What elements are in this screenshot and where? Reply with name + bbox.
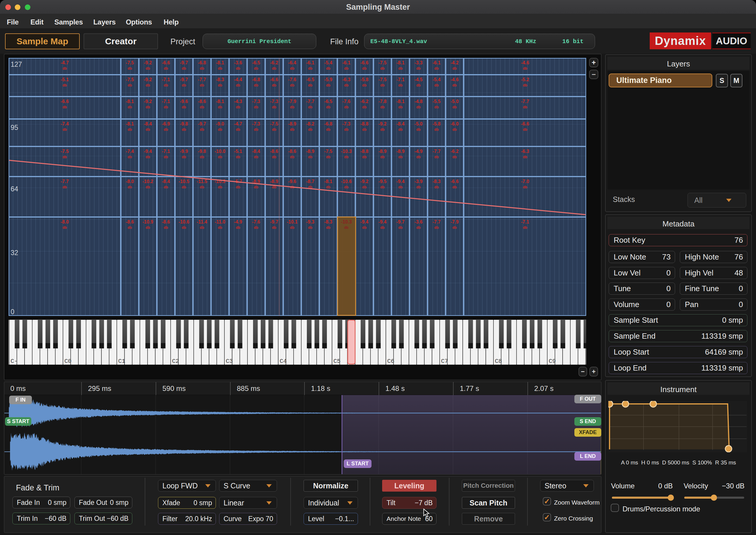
svg-text:-3.6: -3.6	[414, 219, 423, 224]
svg-text:-7.5: -7.5	[378, 60, 386, 65]
svg-text:-6.1: -6.1	[306, 60, 315, 65]
svg-text:-7.1: -7.1	[521, 219, 529, 224]
svg-text:-7.1: -7.1	[162, 149, 170, 154]
svg-text:-4.2: -4.2	[451, 60, 459, 65]
svg-text:db: db	[326, 185, 330, 189]
svg-text:db: db	[63, 185, 67, 189]
svg-text:db: db	[236, 105, 240, 109]
svg-text:db: db	[452, 127, 457, 132]
svg-text:-6.2: -6.2	[270, 60, 278, 65]
svg-text:-11.0: -11.0	[215, 219, 225, 224]
svg-text:-5.8: -5.8	[432, 121, 441, 127]
svg-text:db: db	[434, 105, 439, 109]
svg-text:-6.6: -6.6	[451, 179, 459, 184]
svg-text:-8.4: -8.4	[144, 121, 152, 127]
svg-text:C7: C7	[441, 358, 448, 365]
svg-text:-10.1: -10.1	[287, 219, 298, 224]
svg-text:db: db	[290, 83, 294, 87]
svg-text:-10.9: -10.9	[142, 219, 153, 224]
svg-text:-8.4: -8.4	[396, 121, 405, 127]
svg-text:db: db	[452, 105, 457, 109]
svg-text:-8.6: -8.6	[162, 219, 170, 224]
svg-text:db: db	[254, 127, 258, 132]
svg-text:-8.1: -8.1	[216, 99, 224, 104]
svg-text:-6.5: -6.5	[306, 77, 315, 82]
svg-text:-8.2: -8.2	[306, 121, 315, 127]
svg-text:-6.3: -6.3	[521, 149, 529, 154]
svg-text:-7.7: -7.7	[432, 149, 441, 154]
svg-text:-9.3: -9.3	[306, 219, 315, 224]
svg-text:-6.9: -6.9	[162, 121, 170, 127]
svg-text:-8.9: -8.9	[288, 121, 296, 127]
svg-text:db: db	[200, 155, 204, 159]
svg-text:db: db	[290, 105, 294, 109]
svg-text:-8.9: -8.9	[270, 179, 278, 184]
svg-text:db: db	[344, 105, 349, 109]
svg-text:-8.8: -8.8	[360, 149, 369, 154]
svg-text:db: db	[63, 226, 67, 230]
svg-text:-5.1: -5.1	[234, 149, 242, 154]
svg-text:db: db	[127, 83, 132, 87]
svg-text:-7.3: -7.3	[342, 121, 350, 127]
svg-text:db: db	[218, 83, 222, 87]
svg-text:-8.0: -8.0	[126, 179, 134, 184]
svg-text:-8.6: -8.6	[270, 149, 278, 154]
svg-text:db: db	[218, 127, 222, 132]
svg-text:db: db	[452, 67, 457, 70]
svg-text:db: db	[254, 83, 258, 87]
svg-text:db: db	[63, 83, 67, 87]
svg-text:db: db	[272, 127, 276, 132]
svg-text:db: db	[182, 185, 186, 189]
svg-text:-8.7: -8.7	[306, 179, 315, 184]
svg-text:-7.1: -7.1	[162, 77, 170, 82]
svg-text:-7.1: -7.1	[162, 99, 170, 104]
svg-text:db: db	[164, 67, 168, 70]
svg-text:db: db	[254, 185, 258, 189]
svg-text:db: db	[182, 155, 186, 159]
svg-text:C6: C6	[387, 358, 394, 365]
svg-text:db: db	[272, 155, 276, 159]
svg-text:db: db	[434, 67, 439, 70]
svg-text:-8.6: -8.6	[198, 99, 206, 104]
svg-text:-6.6: -6.6	[521, 121, 529, 127]
svg-text:-8.8: -8.8	[360, 121, 369, 127]
svg-text:C9: C9	[549, 358, 556, 365]
svg-text:-5.2: -5.2	[521, 77, 529, 82]
svg-text:-4.6: -4.6	[451, 77, 459, 82]
svg-text:-5.9: -5.9	[324, 77, 332, 82]
svg-text:db: db	[254, 67, 258, 70]
svg-text:db: db	[254, 105, 258, 109]
svg-text:db: db	[326, 226, 330, 230]
svg-text:-7.4: -7.4	[61, 121, 69, 127]
svg-text:db: db	[272, 67, 276, 70]
svg-text:db: db	[182, 226, 186, 230]
svg-text:db: db	[452, 226, 457, 230]
svg-text:db: db	[344, 185, 349, 189]
svg-text:-6.3: -6.3	[342, 77, 350, 82]
svg-text:127: 127	[11, 61, 22, 68]
svg-text:db: db	[308, 83, 312, 87]
svg-text:db: db	[326, 83, 330, 87]
svg-text:-8.3: -8.3	[324, 219, 332, 224]
svg-text:db: db	[434, 226, 439, 230]
svg-text:db: db	[523, 185, 527, 189]
svg-text:-6.6: -6.6	[162, 60, 170, 65]
svg-text:-9.4: -9.4	[144, 149, 152, 154]
svg-text:db: db	[308, 155, 312, 159]
svg-text:-8.1: -8.1	[216, 60, 224, 65]
svg-text:db: db	[452, 155, 457, 159]
svg-text:-4.7: -4.7	[234, 121, 242, 127]
svg-text:-7.9: -7.9	[451, 219, 459, 224]
svg-text:-7.8: -7.8	[378, 99, 386, 104]
svg-text:db: db	[380, 185, 385, 189]
svg-text:db: db	[63, 155, 67, 159]
svg-text:-6.0: -6.0	[451, 121, 459, 127]
svg-text:db: db	[127, 127, 132, 132]
svg-text:-8.1: -8.1	[396, 99, 405, 104]
svg-text:-7.5: -7.5	[61, 149, 69, 154]
svg-text:-4.3: -4.3	[234, 99, 242, 104]
svg-text:db: db	[416, 105, 421, 109]
svg-text:db: db	[146, 155, 150, 159]
svg-text:db: db	[182, 105, 186, 109]
svg-text:db: db	[434, 83, 439, 87]
